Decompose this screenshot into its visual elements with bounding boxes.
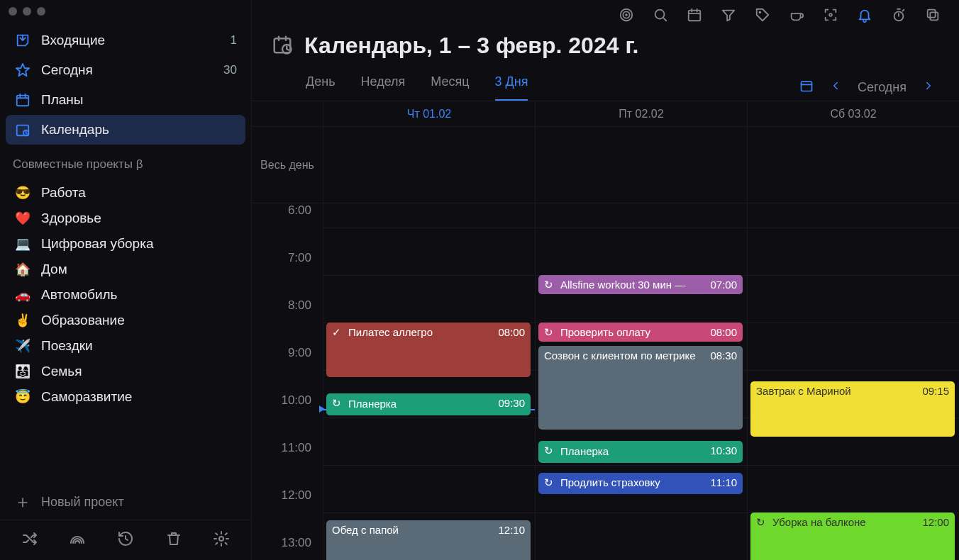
plus-icon — [14, 495, 31, 510]
all-day-row[interactable] — [748, 127, 959, 203]
project-label: Поездки — [41, 338, 93, 354]
day-grid-body[interactable]: Пилатес аллегро08:00Планерка09:30Обед с … — [323, 203, 535, 560]
project-label: Семья — [41, 364, 82, 379]
project-item[interactable]: 👨‍👩‍👧Семья — [6, 359, 245, 384]
today-button[interactable]: Сегодня — [858, 80, 907, 95]
project-item[interactable]: ✌️Образование — [6, 308, 245, 333]
time-label: 12:00 — [252, 488, 323, 536]
stopwatch-icon[interactable] — [891, 7, 907, 23]
event-time: 12:10 — [498, 524, 525, 536]
bell-icon[interactable] — [857, 7, 872, 23]
tab-month[interactable]: Месяц — [431, 74, 469, 101]
inbox-icon — [14, 33, 31, 48]
svg-point-9 — [759, 11, 760, 13]
svg-rect-13 — [928, 10, 936, 18]
settings-icon[interactable] — [213, 530, 230, 550]
calendar-event[interactable]: Allsfine workout 30 мин —07:00 — [538, 275, 743, 294]
svg-point-6 — [626, 14, 627, 16]
nav-label: Календарь — [41, 122, 109, 138]
event-title: Пилатес аллегро — [332, 326, 525, 339]
day-header[interactable]: Пт 02.02 — [536, 101, 747, 127]
day-column: Чт 01.02Пилатес аллегро08:00Планерка09:3… — [323, 101, 535, 560]
nav-label: Планы — [41, 92, 83, 108]
tab-week[interactable]: Неделя — [361, 74, 406, 101]
time-label: 8:00 — [252, 298, 323, 346]
focus-icon[interactable] — [823, 7, 838, 23]
main-area: Календарь, 1 – 3 февр. 2024 г. День Неде… — [252, 0, 959, 560]
maximize-window[interactable] — [37, 7, 45, 16]
search-icon[interactable] — [653, 7, 668, 23]
project-label: Образование — [41, 313, 125, 328]
star-icon — [14, 62, 31, 78]
project-item[interactable]: 😎Работа — [6, 180, 245, 206]
calendar-event[interactable]: Планерка09:30 — [326, 393, 531, 415]
day-header[interactable]: Сб 03.02 — [748, 101, 959, 127]
view-row: День Неделя Месяц 3 Дня Сегодня — [252, 63, 959, 101]
event-time: 08:00 — [498, 326, 525, 338]
new-project-button[interactable]: Новый проект — [6, 488, 245, 517]
event-time: 09:30 — [498, 397, 525, 409]
tag-icon[interactable] — [755, 7, 770, 23]
sidebar-item-plans[interactable]: Планы — [6, 85, 245, 115]
project-label: Саморазвитие — [41, 389, 132, 405]
all-day-row[interactable] — [536, 127, 747, 203]
close-window[interactable] — [9, 7, 17, 16]
next-button[interactable] — [922, 79, 935, 96]
day-column: Пт 02.02Allsfine workout 30 мин —07:00Пр… — [535, 101, 747, 560]
calendar-toolbar-icon[interactable] — [687, 7, 702, 23]
event-title: Созвон с клиентом по метрике — [544, 349, 737, 362]
event-time: 09:15 — [922, 385, 949, 397]
event-title: Уборка на балконе — [756, 516, 949, 529]
copy-icon[interactable] — [925, 7, 941, 23]
project-item[interactable]: ❤️Здоровье — [6, 206, 245, 231]
repeat-icon — [544, 444, 556, 457]
repeat-icon — [756, 516, 768, 529]
time-label: 10:00 — [252, 393, 323, 441]
calendar-event[interactable]: Проверить оплату08:00 — [538, 323, 743, 342]
sidebar-item-calendar[interactable]: Календарь — [6, 115, 245, 145]
coffee-icon[interactable] — [789, 7, 804, 23]
trash-icon[interactable] — [165, 530, 182, 550]
target-icon[interactable] — [619, 7, 634, 23]
rainbow-icon[interactable] — [69, 530, 86, 550]
time-label: 13:00 — [252, 536, 323, 560]
project-label: Работа — [41, 185, 86, 201]
day-grid-body[interactable]: Allsfine workout 30 мин —07:00Проверить … — [536, 203, 747, 560]
event-title: Планерка — [544, 444, 737, 457]
calendar-event[interactable]: Продлить страховку11:10 — [538, 473, 743, 495]
filter-icon[interactable] — [721, 7, 736, 23]
calendar-header: Календарь, 1 – 3 февр. 2024 г. — [252, 26, 959, 63]
day-header[interactable]: Чт 01.02 — [323, 101, 535, 127]
view-tabs: День Неделя Месяц 3 Дня — [306, 74, 528, 101]
tab-3days[interactable]: 3 Дня — [495, 74, 528, 101]
nav-count: 30 — [223, 63, 237, 77]
day-grid-body[interactable]: Завтрак с Мариной09:15Уборка на балконе1… — [748, 203, 959, 560]
sidebar-item-inbox[interactable]: Входящие 1 — [6, 26, 245, 55]
event-title: Планерка — [332, 397, 525, 410]
sidebar-item-today[interactable]: Сегодня 30 — [6, 55, 245, 85]
calendar-event[interactable]: Пилатес аллегро08:00 — [326, 323, 531, 377]
project-item[interactable]: ✈️Поездки — [6, 333, 245, 359]
project-item[interactable]: 😇Саморазвитие — [6, 384, 245, 410]
project-item[interactable]: 💻Цифровая уборка — [6, 231, 245, 257]
history-icon[interactable] — [117, 530, 134, 550]
minimize-window[interactable] — [23, 7, 31, 16]
project-item[interactable]: 🏠Дом — [6, 257, 245, 282]
calendar-event[interactable]: Планерка10:30 — [538, 441, 743, 463]
project-emoji: 💻 — [14, 236, 31, 252]
day-column: Сб 03.02Завтрак с Мариной09:15Уборка на … — [747, 101, 959, 560]
all-day-row[interactable] — [323, 127, 535, 203]
calendar-event[interactable]: Созвон с клиентом по метрике08:30 — [538, 346, 743, 430]
shuffle-icon[interactable] — [21, 530, 38, 550]
time-label: 11:00 — [252, 441, 323, 488]
svg-point-3 — [219, 537, 223, 541]
calendar-event[interactable]: Завтрак с Мариной09:15 — [750, 381, 955, 436]
tab-day[interactable]: День — [306, 74, 336, 101]
calendar-event[interactable]: Обед с папой12:10 — [326, 520, 531, 560]
calendar-event[interactable]: Уборка на балконе12:00 — [750, 513, 955, 561]
project-item[interactable]: 🚗Автомобиль — [6, 282, 245, 308]
date-picker-icon[interactable] — [799, 79, 814, 96]
prev-button[interactable] — [829, 79, 842, 96]
time-column: Весь день 6:007:008:009:0010:0011:0012:0… — [252, 101, 323, 560]
top-toolbar — [252, 0, 959, 26]
